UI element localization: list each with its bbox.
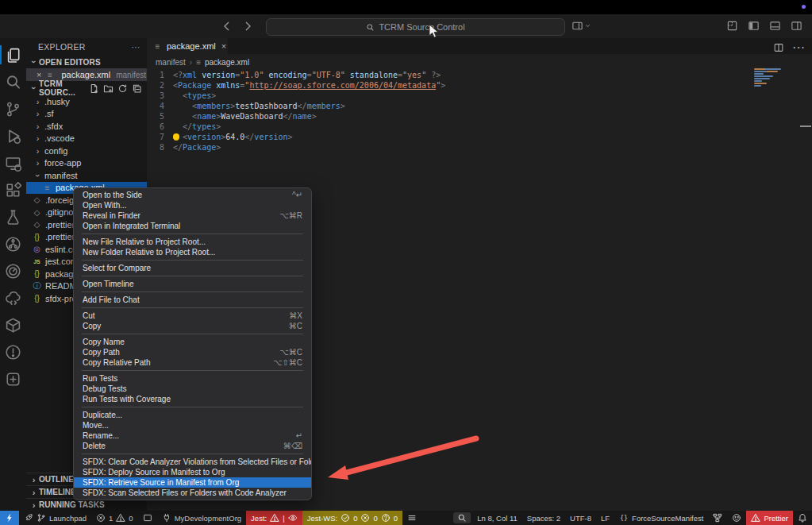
- activity-item-remote-explorer[interactable]: [0, 149, 26, 176]
- tree-folder-config[interactable]: ›config: [26, 145, 147, 157]
- activity-item-source-control[interactable]: [0, 95, 26, 122]
- monitor-icon: [5, 155, 21, 172]
- menu-item-sfdx-scan-selected-files-or-folders-with-code-analyzer[interactable]: SFDX: Scan Selected Files or Folders wit…: [74, 488, 311, 498]
- activity-item-extensions[interactable]: [0, 176, 26, 203]
- menu-item-move[interactable]: Move...: [74, 420, 311, 430]
- activity-item-git-graph[interactable]: [0, 230, 26, 257]
- chevron-icon: ›: [30, 475, 37, 484]
- chevron-icon: ›: [34, 146, 41, 156]
- menu-item-duplicate[interactable]: Duplicate...: [74, 410, 311, 420]
- toggle-panel-icon[interactable]: [769, 20, 781, 32]
- tree-item-label: manifest: [44, 171, 78, 180]
- menu-item-sfdx-retrieve-source-in-manifest-from-org[interactable]: SFDX: Retrieve Source in Manifest from O…: [74, 477, 311, 488]
- customize-layout-icon[interactable]: [726, 20, 738, 32]
- warning-triangle-icon: [116, 513, 125, 523]
- chevron-icon: ›: [34, 122, 41, 131]
- lightbulb-icon[interactable]: [173, 133, 179, 140]
- menu-item-copy[interactable]: Copy⌘C: [74, 321, 311, 331]
- activity-item-issue-reporter[interactable]: [0, 338, 26, 365]
- menu-item-sfdx-deploy-source-in-manifest-to-org[interactable]: SFDX: Deploy Source in Manifest to Org: [74, 467, 311, 477]
- cloud-code-icon: [5, 290, 21, 307]
- menu-item-open-timeline[interactable]: Open Timeline: [74, 279, 311, 289]
- menu-item-run-tests-with-coverage[interactable]: Run Tests with Coverage: [74, 394, 311, 404]
- feedback-button[interactable]: [727, 511, 746, 525]
- menu-item-copy-path[interactable]: Copy Path⌥⌘C: [74, 347, 311, 357]
- project-section-header[interactable]: › TCRM SOURC...: [26, 82, 147, 95]
- tree-folder--sfdx[interactable]: ›.sfdx: [26, 120, 147, 133]
- tree-folder--sf[interactable]: ›.sf: [26, 108, 147, 121]
- menu-item-add-file-to-chat[interactable]: Add File to Chat: [74, 295, 311, 305]
- zoom-indicator[interactable]: [453, 512, 471, 523]
- menu-item-cut[interactable]: Cut⌘X: [74, 311, 311, 321]
- back-arrow-icon[interactable]: [221, 20, 233, 33]
- activity-item-add-view[interactable]: [0, 365, 26, 392]
- menu-item-select-for-compare[interactable]: Select for Compare: [74, 263, 311, 273]
- tree-folder--husky[interactable]: ›.husky: [26, 95, 147, 108]
- refresh-icon[interactable]: [117, 83, 128, 94]
- toggle-primary-sidebar-icon[interactable]: [748, 20, 760, 32]
- language-mode[interactable]: {}ForceSourceManifest: [614, 511, 708, 525]
- tree-folder-force-app[interactable]: ›force-app: [26, 157, 147, 170]
- menu-item-run-tests[interactable]: Run Tests: [74, 373, 311, 384]
- activity-item-run-debug[interactable]: [0, 122, 26, 149]
- menu-item-reveal-in-finder[interactable]: Reveal in Finder⌥⌘R: [74, 210, 311, 221]
- remote-indicator[interactable]: [0, 511, 19, 525]
- menu-item-open-to-the-side[interactable]: Open to the Side^↵: [74, 190, 311, 200]
- context-menu: Open to the Side^↵Open With...Reveal in …: [73, 187, 312, 500]
- jest-status[interactable]: Jest:|: [246, 511, 302, 525]
- open-editors-header[interactable]: › OPEN EDITORS: [26, 56, 147, 68]
- tree-folder--vscode[interactable]: ›.vscode: [26, 133, 147, 145]
- menu-item-debug-tests[interactable]: Debug Tests: [74, 384, 311, 394]
- notifications-bell[interactable]: [793, 511, 812, 525]
- activity-item-testing[interactable]: [0, 203, 26, 230]
- alert-circle-icon: [5, 344, 21, 361]
- new-folder-icon[interactable]: [103, 83, 114, 94]
- menu-toggle-button[interactable]: [402, 511, 421, 525]
- minimap[interactable]: [754, 68, 786, 87]
- explorer-more-actions[interactable]: ⋯: [132, 42, 141, 52]
- cursor-position[interactable]: Ln 8, Col 11: [472, 511, 522, 525]
- new-file-icon[interactable]: [89, 83, 99, 94]
- menu-item-rename[interactable]: Rename...↵: [74, 430, 311, 441]
- tree-folder-manifest[interactable]: ›manifest: [26, 169, 147, 182]
- breadcrumb[interactable]: manifest › ≡ package.xml: [156, 56, 249, 68]
- chevron-icon: ›: [33, 172, 43, 179]
- prettier-status[interactable]: Prettier: [746, 511, 793, 525]
- menu-item-open-with[interactable]: Open With...: [74, 200, 311, 210]
- tab-close-icon[interactable]: ×: [221, 41, 226, 51]
- launchpad-button[interactable]: Launchpad: [19, 511, 91, 525]
- activity-item-timer-extension[interactable]: [0, 257, 26, 284]
- more-actions-icon[interactable]: ⋯: [792, 40, 806, 55]
- problems-button[interactable]: 10: [91, 511, 138, 525]
- editor-layout-button[interactable]: [138, 511, 157, 525]
- xml-file-icon: ≡: [152, 42, 163, 51]
- close-icon[interactable]: ×: [37, 70, 41, 79]
- jest-ws-status[interactable]: Jest-WS:000: [302, 511, 402, 525]
- command-center-search[interactable]: TCRM Source Control: [266, 18, 565, 36]
- menu-item-sfdx-clear-code-analyzer-violations-from-selected-files-or-folders[interactable]: SFDX: Clear Code Analyzer Violations fro…: [74, 457, 311, 467]
- toggle-secondary-sidebar-icon[interactable]: [791, 20, 802, 32]
- menu-item-delete[interactable]: Delete⌘⌫: [74, 441, 311, 451]
- encoding[interactable]: UTF-8: [565, 511, 596, 525]
- indentation[interactable]: Spaces: 2: [522, 511, 565, 525]
- collapse-all-icon[interactable]: [132, 83, 142, 94]
- org-browser-button[interactable]: [708, 511, 727, 525]
- forward-arrow-icon[interactable]: [241, 20, 254, 33]
- split-editor-icon[interactable]: [773, 42, 784, 53]
- chevron-down-icon: [584, 22, 591, 29]
- menu-item-new-folder-relative-to-project-root[interactable]: New Folder Relative to Project Root...: [74, 247, 311, 257]
- menu-item-open-in-integrated-terminal[interactable]: Open in Integrated Terminal: [74, 221, 311, 231]
- activity-item-search[interactable]: [0, 68, 26, 95]
- default-org-button[interactable]: MyDevelopmentOrg: [157, 511, 246, 525]
- eol-selector[interactable]: LF: [596, 511, 614, 525]
- activity-item-package-explorer[interactable]: [0, 311, 26, 338]
- layout-toggle-button[interactable]: [571, 20, 591, 32]
- menu-item-new-file-relative-to-project-root[interactable]: New File Relative to Project Root...: [74, 237, 311, 247]
- activity-item-cloud-code[interactable]: [0, 284, 26, 311]
- files-icon: [5, 47, 21, 64]
- tab-package-xml[interactable]: ≡ package.xml ×: [147, 38, 228, 54]
- menu-item-copy-relative-path[interactable]: Copy Relative Path⌥⇧⌘C: [74, 357, 311, 368]
- menu-item-copy-name[interactable]: Copy Name: [74, 337, 311, 347]
- activity-item-explorer[interactable]: [0, 41, 26, 68]
- code-content[interactable]: 1<?xml version="1.0" encoding="UTF-8" st…: [147, 70, 445, 152]
